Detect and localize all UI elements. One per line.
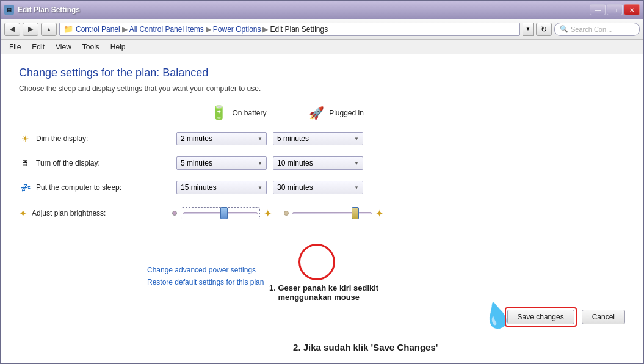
- sleep-pluggedin-arrow: ▼: [354, 185, 359, 191]
- turnoff-controls: 5 minutes ▼ 10 minutes ▼: [176, 156, 363, 170]
- path-control-panel: Control Panel: [76, 25, 120, 34]
- refresh-button[interactable]: ↻: [536, 23, 552, 36]
- page-title: Change settings for the plan: Balanced: [19, 67, 625, 79]
- battery-slider-track: [183, 212, 258, 214]
- advanced-power-link[interactable]: Change advanced power settings: [147, 266, 264, 274]
- pluggedin-column-header: 🚀 Plugged in: [288, 106, 385, 120]
- window-icon: 🖥: [4, 5, 14, 15]
- window: 🖥 Edit Plan Settings — □ ✕ ◀ ▶ ▲ 📁 Contr…: [0, 0, 644, 364]
- column-headers: 🔋 On battery 🚀 Plugged in: [19, 105, 625, 121]
- turnoff-pluggedin-value: 10 minutes: [277, 159, 313, 167]
- brightness-sun-left-icon: ✦: [19, 208, 27, 219]
- pluggedin-sun-right-icon: ✦: [375, 208, 383, 219]
- pluggedin-slider-track: [292, 212, 372, 214]
- annotation-2: 2. Jika sudah klik 'Save Changes': [293, 342, 438, 352]
- sleep-label: Put the computer to sleep:: [36, 183, 170, 192]
- battery-column-header: 🔋 On battery: [190, 105, 288, 121]
- title-bar: 🖥 Edit Plan Settings — □ ✕: [1, 1, 643, 19]
- up-button[interactable]: ▲: [41, 23, 57, 36]
- turnoff-battery-dropdown[interactable]: 5 minutes ▼: [176, 156, 267, 170]
- slider-circle-highlight: [298, 244, 335, 280]
- battery-icon: 🔋: [211, 105, 227, 121]
- minimize-button[interactable]: —: [590, 4, 606, 15]
- pluggedin-slider-wrapper: [292, 207, 372, 219]
- sleep-battery-dropdown[interactable]: 15 minutes ▼: [176, 181, 267, 194]
- sleep-battery-arrow: ▼: [258, 185, 262, 191]
- restore-defaults-link[interactable]: Restore default settings for this plan: [147, 278, 264, 286]
- pluggedin-slider-thumb[interactable]: [352, 207, 359, 219]
- turnoff-pluggedin-arrow: ▼: [354, 161, 359, 166]
- turnoff-battery-arrow: ▼: [258, 161, 262, 166]
- search-box[interactable]: 🔍 Search Con...: [554, 23, 640, 36]
- dim-pluggedin-value: 5 minutes: [277, 134, 309, 143]
- dim-battery-arrow: ▼: [258, 136, 262, 142]
- pluggedin-label: Plugged in: [329, 109, 364, 117]
- menu-tools[interactable]: Tools: [78, 42, 104, 53]
- path-current: Edit Plan Settings: [270, 25, 328, 34]
- battery-slider-thumb[interactable]: [220, 207, 228, 219]
- search-placeholder: Search Con...: [571, 26, 612, 33]
- address-dropdown-button[interactable]: ▼: [523, 23, 534, 36]
- turnoff-battery-value: 5 minutes: [181, 159, 212, 167]
- battery-slider-dot: [172, 211, 177, 216]
- dim-battery-dropdown[interactable]: 2 minutes ▼: [176, 132, 267, 145]
- save-changes-button[interactable]: Save changes: [507, 310, 574, 324]
- address-bar: ◀ ▶ ▲ 📁 Control Panel ▶ All Control Pane…: [1, 19, 643, 40]
- menu-bar: File Edit View Tools Help: [1, 40, 643, 54]
- sleep-pluggedin-value: 30 minutes: [277, 183, 313, 192]
- back-button[interactable]: ◀: [4, 23, 20, 36]
- dim-controls: 2 minutes ▼ 5 minutes ▼: [176, 132, 363, 145]
- turnoff-label: Turn off the display:: [36, 159, 170, 167]
- dim-pluggedin-arrow: ▼: [354, 136, 359, 142]
- sleep-controls: 15 minutes ▼ 30 minutes ▼: [176, 181, 363, 194]
- main-content: Change settings for the plan: Balanced C…: [1, 54, 643, 363]
- path-all-items: All Control Panel Items: [129, 25, 204, 34]
- sleep-icon: 💤: [19, 183, 31, 192]
- path-sep2: ▶: [206, 25, 211, 34]
- sleep-row: 💤 Put the computer to sleep: 15 minutes …: [19, 180, 625, 195]
- menu-help[interactable]: Help: [106, 42, 131, 53]
- save-button-wrapper: Save changes: [505, 307, 577, 327]
- dim-display-row: ☀ Dim the display: 2 minutes ▼ 5 minutes…: [19, 131, 625, 147]
- battery-slider-wrapper: [181, 207, 260, 219]
- pluggedin-icon: 🚀: [309, 106, 324, 120]
- window-controls: — □ ✕: [590, 4, 640, 15]
- forward-button[interactable]: ▶: [23, 23, 38, 36]
- dim-pluggedin-dropdown[interactable]: 5 minutes ▼: [273, 132, 363, 145]
- path-power-options: Power Options: [213, 25, 261, 34]
- window-title: Edit Plan Settings: [18, 5, 80, 14]
- sleep-battery-value: 15 minutes: [181, 183, 217, 192]
- cancel-button[interactable]: Cancel: [582, 310, 625, 324]
- dim-battery-value: 2 minutes: [181, 134, 212, 143]
- turnoff-display-row: 🖥 Turn off the display: 5 minutes ▼ 10 m…: [19, 155, 625, 171]
- title-bar-left: 🖥 Edit Plan Settings: [4, 5, 80, 15]
- search-icon: 🔍: [560, 25, 568, 33]
- battery-sun-right-icon: ✦: [264, 208, 272, 219]
- links-section: Change advanced power settings Restore d…: [147, 266, 264, 290]
- address-path[interactable]: 📁 Control Panel ▶ All Control Panel Item…: [59, 23, 520, 36]
- close-button[interactable]: ✕: [624, 4, 640, 15]
- battery-label: On battery: [232, 109, 266, 117]
- brightness-label: Adjust plan brightness:: [32, 209, 166, 217]
- page-subtitle: Choose the sleep and display settings th…: [19, 84, 625, 93]
- battery-brightness-slider-container: ✦: [172, 207, 272, 219]
- pluggedin-slider-dot: [284, 211, 289, 216]
- turnoff-pluggedin-dropdown[interactable]: 10 minutes ▼: [273, 156, 363, 170]
- menu-file[interactable]: File: [4, 42, 26, 53]
- sleep-pluggedin-dropdown[interactable]: 30 minutes ▼: [273, 181, 363, 194]
- annotation-1: 1. Geser panah ke kiri sedikit menggunak…: [269, 283, 378, 302]
- dim-label: Dim the display:: [36, 134, 170, 143]
- dim-icon: ☀: [19, 134, 31, 144]
- brightness-row: ✦ Adjust plan brightness: ✦: [19, 204, 625, 222]
- folder-icon: 📁: [63, 24, 73, 34]
- path-sep1: ▶: [122, 25, 128, 34]
- turnoff-icon: 🖥: [19, 158, 31, 168]
- pluggedin-brightness-slider-container: ✦: [284, 207, 383, 219]
- maximize-button[interactable]: □: [607, 4, 623, 15]
- bottom-buttons: Save changes Cancel: [505, 307, 625, 327]
- path-sep3: ▶: [262, 25, 268, 34]
- menu-view[interactable]: View: [51, 42, 76, 53]
- menu-edit[interactable]: Edit: [27, 42, 49, 53]
